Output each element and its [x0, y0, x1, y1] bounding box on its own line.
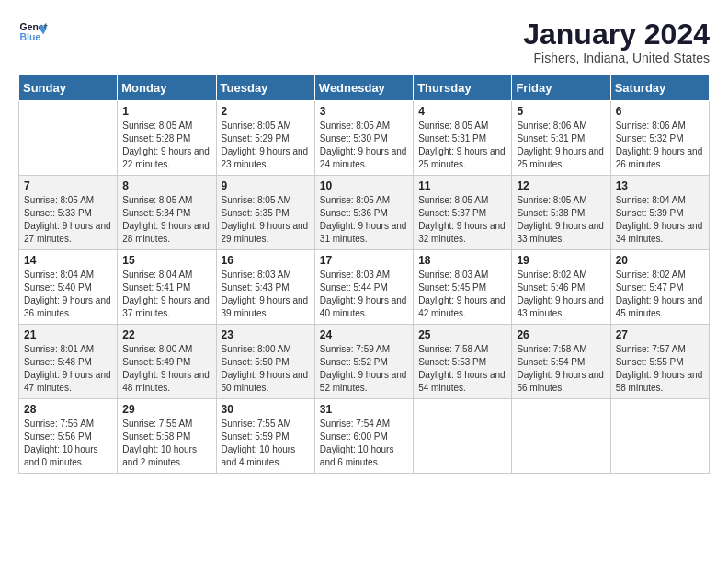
- day-info: Sunrise: 8:05 AM Sunset: 5:33 PM Dayligh…: [24, 194, 112, 246]
- day-number: 31: [320, 403, 408, 416]
- day-number: 23: [222, 328, 310, 341]
- sunrise-label: Sunrise: 8:05 AM: [418, 121, 488, 131]
- day-number: 14: [24, 254, 112, 267]
- sunset-label: Sunset: 5:36 PM: [320, 208, 388, 218]
- daylight-label: Daylight: 10 hours and 0 minutes.: [24, 444, 98, 467]
- sunrise-label: Sunrise: 8:05 AM: [222, 195, 291, 205]
- week-row-4: 21 Sunrise: 8:01 AM Sunset: 5:48 PM Dayl…: [19, 325, 710, 399]
- daylight-label: Daylight: 9 hours and 36 minutes.: [24, 295, 111, 318]
- sunrise-label: Sunrise: 8:05 AM: [320, 195, 390, 205]
- sunset-label: Sunset: 5:45 PM: [418, 282, 486, 293]
- day-number: 8: [122, 179, 210, 192]
- sunrise-label: Sunrise: 8:05 AM: [517, 195, 586, 205]
- daylight-label: Daylight: 9 hours and 23 minutes.: [222, 146, 309, 169]
- day-number: 28: [24, 403, 112, 416]
- col-header-thursday: Thursday: [414, 75, 512, 101]
- day-info: Sunrise: 7:57 AM Sunset: 5:55 PM Dayligh…: [616, 343, 704, 395]
- sunrise-label: Sunrise: 8:05 AM: [122, 121, 192, 131]
- day-info: Sunrise: 8:06 AM Sunset: 5:32 PM Dayligh…: [616, 120, 704, 171]
- day-info: Sunrise: 8:05 AM Sunset: 5:31 PM Dayligh…: [418, 120, 506, 171]
- day-number: 17: [320, 254, 408, 267]
- day-info: Sunrise: 8:05 AM Sunset: 5:35 PM Dayligh…: [222, 194, 310, 246]
- sunset-label: Sunset: 5:32 PM: [616, 133, 684, 144]
- sunrise-label: Sunrise: 7:59 AM: [320, 344, 390, 354]
- sunrise-label: Sunrise: 8:04 AM: [24, 270, 94, 280]
- day-info: Sunrise: 8:05 AM Sunset: 5:36 PM Dayligh…: [320, 194, 408, 246]
- svg-text:Blue: Blue: [20, 32, 41, 42]
- sunrise-label: Sunrise: 8:05 AM: [320, 121, 390, 131]
- day-number: 30: [222, 403, 310, 416]
- day-cell: 23 Sunrise: 8:00 AM Sunset: 5:50 PM Dayl…: [216, 325, 314, 399]
- sunset-label: Sunset: 5:37 PM: [418, 208, 486, 218]
- sunrise-label: Sunrise: 8:00 AM: [222, 344, 291, 354]
- sunset-label: Sunset: 5:39 PM: [616, 208, 684, 218]
- day-cell: 3 Sunrise: 8:05 AM Sunset: 5:30 PM Dayli…: [314, 101, 413, 176]
- sunrise-label: Sunrise: 8:06 AM: [616, 121, 686, 131]
- day-cell: 21 Sunrise: 8:01 AM Sunset: 5:48 PM Dayl…: [19, 325, 118, 399]
- logo: General Blue: [18, 18, 48, 48]
- day-info: Sunrise: 7:54 AM Sunset: 6:00 PM Dayligh…: [320, 418, 408, 469]
- day-number: 13: [616, 179, 704, 192]
- day-number: 15: [122, 254, 210, 267]
- daylight-label: Daylight: 9 hours and 43 minutes.: [517, 295, 604, 318]
- day-cell: 13 Sunrise: 8:04 AM Sunset: 5:39 PM Dayl…: [610, 176, 709, 250]
- week-row-2: 7 Sunrise: 8:05 AM Sunset: 5:33 PM Dayli…: [19, 176, 710, 250]
- day-info: Sunrise: 7:58 AM Sunset: 5:53 PM Dayligh…: [418, 343, 506, 395]
- day-cell: 20 Sunrise: 8:02 AM Sunset: 5:47 PM Dayl…: [610, 250, 709, 325]
- sunset-label: Sunset: 5:58 PM: [122, 431, 190, 442]
- col-header-saturday: Saturday: [610, 75, 709, 101]
- daylight-label: Daylight: 9 hours and 33 minutes.: [517, 221, 604, 244]
- page-header: General Blue January 2024 Fishers, India…: [18, 18, 710, 65]
- sunset-label: Sunset: 5:50 PM: [222, 357, 290, 367]
- daylight-label: Daylight: 9 hours and 34 minutes.: [616, 221, 703, 244]
- day-info: Sunrise: 8:04 AM Sunset: 5:41 PM Dayligh…: [122, 269, 210, 320]
- day-headers: SundayMondayTuesdayWednesdayThursdayFrid…: [19, 75, 710, 101]
- day-cell: 8 Sunrise: 8:05 AM Sunset: 5:34 PM Dayli…: [118, 176, 216, 250]
- sunset-label: Sunset: 5:46 PM: [517, 282, 585, 293]
- sunrise-label: Sunrise: 7:55 AM: [222, 419, 291, 429]
- day-cell: 2 Sunrise: 8:05 AM Sunset: 5:29 PM Dayli…: [216, 101, 314, 176]
- daylight-label: Daylight: 9 hours and 45 minutes.: [616, 295, 703, 318]
- day-info: Sunrise: 8:05 AM Sunset: 5:37 PM Dayligh…: [418, 194, 506, 246]
- sunset-label: Sunset: 5:38 PM: [517, 208, 585, 218]
- day-number: 21: [24, 328, 112, 341]
- day-info: Sunrise: 8:06 AM Sunset: 5:31 PM Dayligh…: [517, 120, 605, 171]
- sunrise-label: Sunrise: 8:02 AM: [517, 270, 586, 280]
- day-number: 29: [122, 403, 210, 416]
- daylight-label: Daylight: 9 hours and 52 minutes.: [320, 370, 407, 393]
- daylight-label: Daylight: 9 hours and 32 minutes.: [418, 221, 506, 244]
- day-cell: 9 Sunrise: 8:05 AM Sunset: 5:35 PM Dayli…: [216, 176, 314, 250]
- day-info: Sunrise: 8:00 AM Sunset: 5:50 PM Dayligh…: [222, 343, 310, 395]
- day-number: 20: [616, 254, 704, 267]
- sunset-label: Sunset: 5:53 PM: [418, 357, 486, 367]
- daylight-label: Daylight: 9 hours and 56 minutes.: [517, 370, 604, 393]
- day-info: Sunrise: 8:02 AM Sunset: 5:47 PM Dayligh…: [616, 269, 704, 320]
- day-info: Sunrise: 8:05 AM Sunset: 5:28 PM Dayligh…: [122, 120, 210, 171]
- day-cell: [610, 399, 709, 474]
- day-number: 5: [517, 105, 605, 118]
- day-info: Sunrise: 8:02 AM Sunset: 5:46 PM Dayligh…: [517, 269, 605, 320]
- day-cell: 4 Sunrise: 8:05 AM Sunset: 5:31 PM Dayli…: [414, 101, 512, 176]
- day-cell: 6 Sunrise: 8:06 AM Sunset: 5:32 PM Dayli…: [610, 101, 709, 176]
- day-cell: 29 Sunrise: 7:55 AM Sunset: 5:58 PM Dayl…: [118, 399, 216, 474]
- daylight-label: Daylight: 9 hours and 50 minutes.: [222, 370, 309, 393]
- sunset-label: Sunset: 5:48 PM: [24, 357, 92, 367]
- sunset-label: Sunset: 5:47 PM: [616, 282, 684, 293]
- daylight-label: Daylight: 9 hours and 22 minutes.: [122, 146, 210, 169]
- day-number: 4: [418, 105, 506, 118]
- day-number: 10: [320, 179, 408, 192]
- sunset-label: Sunset: 5:40 PM: [24, 282, 92, 293]
- location: Fishers, Indiana, United States: [523, 51, 710, 65]
- day-number: 7: [24, 179, 112, 192]
- day-number: 25: [418, 328, 506, 341]
- day-cell: 11 Sunrise: 8:05 AM Sunset: 5:37 PM Dayl…: [414, 176, 512, 250]
- day-info: Sunrise: 8:01 AM Sunset: 5:48 PM Dayligh…: [24, 343, 112, 395]
- sunrise-label: Sunrise: 8:06 AM: [517, 121, 586, 131]
- day-number: 19: [517, 254, 605, 267]
- day-number: 6: [616, 105, 704, 118]
- sunrise-label: Sunrise: 8:05 AM: [24, 195, 94, 205]
- day-number: 1: [122, 105, 210, 118]
- col-header-wednesday: Wednesday: [314, 75, 413, 101]
- col-header-friday: Friday: [512, 75, 610, 101]
- day-cell: [19, 101, 118, 176]
